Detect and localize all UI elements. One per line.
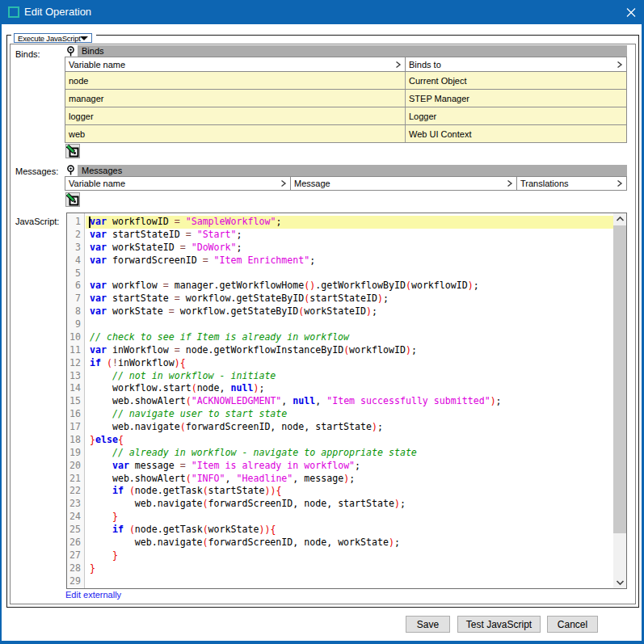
code-line[interactable]: if (!inWorkflow){	[86, 357, 613, 370]
variable-name-cell[interactable]: web	[65, 125, 406, 142]
line-number: 17	[67, 421, 84, 434]
line-number: 9	[67, 318, 84, 331]
chevron-right-icon	[395, 60, 402, 69]
code-line[interactable]: var startStateID = "Start";	[86, 229, 613, 242]
code-line[interactable]: }	[86, 549, 613, 562]
code-line[interactable]	[86, 575, 613, 588]
line-number: 22	[67, 485, 84, 498]
messages-column-headers[interactable]: Variable nameMessageTranslations	[65, 176, 627, 191]
code-line[interactable]: var workflow = manager.getWorkflowHome()…	[86, 280, 613, 293]
column-header[interactable]: Variable name	[65, 57, 406, 71]
binds-table-row[interactable]: nodeCurrent Object	[65, 72, 627, 90]
code-line[interactable]: web.showAlert("INFO", "Headline", messag…	[86, 473, 613, 486]
close-icon	[623, 5, 639, 20]
code-line[interactable]: }	[86, 562, 613, 575]
edit-externally-link[interactable]: Edit externally	[65, 590, 121, 600]
code-line[interactable]: web.navigate(forwardScreenID, node, work…	[86, 537, 613, 549]
messages-label: Messages:	[15, 166, 58, 176]
line-number: 12	[67, 357, 84, 370]
messages-table-header: Messages	[78, 165, 627, 176]
chevron-right-icon	[617, 60, 623, 69]
code-line[interactable]: // not in workflow - initiate	[86, 370, 613, 383]
line-number: 16	[67, 408, 84, 421]
binds-to-cell[interactable]: Logger	[406, 107, 626, 124]
binds-table-row[interactable]: managerSTEP Manager	[65, 90, 627, 107]
code-line[interactable]: // already in workflow - navigate to app…	[86, 447, 613, 460]
line-number: 23	[67, 498, 84, 511]
code-line[interactable]: var inWorkflow = node.getWorkflowInstanc…	[86, 344, 613, 357]
cancel-button[interactable]: Cancel	[547, 616, 598, 633]
column-header-label: Translations	[520, 179, 569, 188]
column-header-label: Variable name	[69, 179, 125, 188]
column-header[interactable]: Binds to	[406, 57, 626, 71]
binds-table[interactable]: nodeCurrent ObjectmanagerSTEP Managerlog…	[65, 72, 627, 143]
binds-to-cell[interactable]: STEP Manager	[406, 90, 626, 107]
variable-name-cell[interactable]: logger	[65, 107, 406, 124]
pin-icon	[66, 46, 76, 57]
test-javascript-button[interactable]: Test JavaScript	[457, 616, 541, 633]
binds-to-cell[interactable]: Web UI Context	[406, 125, 626, 142]
code-line[interactable]: // navigate user to start state	[86, 408, 613, 421]
code-line[interactable]: var startState = workflow.getStateByID(s…	[86, 293, 613, 305]
binds-column-headers[interactable]: Variable nameBinds to	[65, 57, 627, 72]
line-number: 3	[67, 242, 84, 255]
variable-name-cell[interactable]: node	[65, 72, 406, 89]
line-number: 28	[67, 562, 84, 575]
code-line[interactable]: if (node.getTask(startState)){	[86, 485, 613, 498]
pin-icon	[66, 165, 76, 175]
code-line[interactable]	[86, 318, 613, 331]
line-number: 27	[67, 549, 84, 562]
code-line[interactable]: web.showAlert("ACKNOWLEDGMENT", null, "I…	[86, 395, 613, 408]
column-header[interactable]: Translations	[517, 177, 626, 190]
scroll-up-button[interactable]	[613, 213, 626, 225]
close-button[interactable]	[623, 5, 639, 20]
edit-messages-button[interactable]	[65, 192, 80, 207]
line-number: 26	[67, 537, 84, 549]
column-header[interactable]: Message	[291, 177, 517, 190]
chevron-up-icon	[616, 215, 625, 224]
app-icon	[8, 6, 19, 18]
code-line[interactable]: var forwardScreenID = "Item Enrichment";	[86, 255, 613, 267]
line-number-gutter: 1234567891011121314151617181920212223242…	[67, 213, 85, 588]
code-line[interactable]: }else{	[86, 434, 613, 447]
scroll-down-button[interactable]	[613, 576, 626, 588]
window-border-bottom	[0, 641, 644, 644]
column-header[interactable]: Variable name	[65, 177, 291, 190]
code-line[interactable]: web.navigate(forwardScreenID, node, star…	[86, 421, 613, 434]
line-number: 1	[67, 216, 84, 229]
code-line[interactable]: web.navigate(forwardScreenID, node, star…	[86, 498, 613, 511]
variable-name-cell[interactable]: manager	[65, 90, 406, 107]
binds-table-row[interactable]: webWeb UI Context	[65, 125, 627, 143]
line-number: 13	[67, 370, 84, 383]
code-line[interactable]: workflow.start(node, null);	[86, 382, 613, 395]
save-button[interactable]: Save	[406, 616, 450, 633]
editor-vertical-scrollbar[interactable]	[613, 213, 626, 588]
javascript-code-editor[interactable]: 1234567891011121314151617181920212223242…	[66, 213, 627, 589]
code-line[interactable]: var workflowID = "SampleWorkflow";	[86, 216, 613, 229]
edit-binds-button[interactable]	[65, 144, 80, 158]
code-line[interactable]: }	[86, 511, 613, 524]
binds-to-cell[interactable]: Current Object	[406, 72, 626, 89]
binds-table-header: Binds	[78, 45, 627, 57]
line-number: 11	[67, 344, 84, 357]
line-number: 7	[67, 293, 84, 305]
code-line[interactable]: // check to see if Item is already in wo…	[86, 331, 613, 344]
code-area[interactable]: var workflowID = "SampleWorkflow";var st…	[86, 213, 613, 588]
code-line[interactable]: var workState = workflow.getStateByID(wo…	[86, 305, 613, 318]
code-line[interactable]: if (node.getTask(workState)){	[86, 524, 613, 537]
scrollbar-thumb[interactable]	[613, 225, 626, 533]
line-number: 2	[67, 229, 84, 242]
line-number: 18	[67, 434, 84, 447]
column-header-label: Binds to	[409, 60, 441, 69]
line-number: 20	[67, 460, 84, 473]
chevron-right-icon	[507, 179, 513, 188]
line-number: 5	[67, 267, 84, 280]
titlebar[interactable]: Edit Operation	[0, 0, 644, 24]
code-line[interactable]: var workStateID = "DoWork";	[86, 242, 613, 255]
line-number: 14	[67, 382, 84, 395]
column-header-label: Variable name	[69, 60, 125, 69]
code-line[interactable]	[86, 267, 613, 280]
chevron-right-icon	[617, 179, 623, 188]
binds-table-row[interactable]: loggerLogger	[65, 107, 627, 125]
code-line[interactable]: var message = "Item is already in workfl…	[86, 460, 613, 473]
